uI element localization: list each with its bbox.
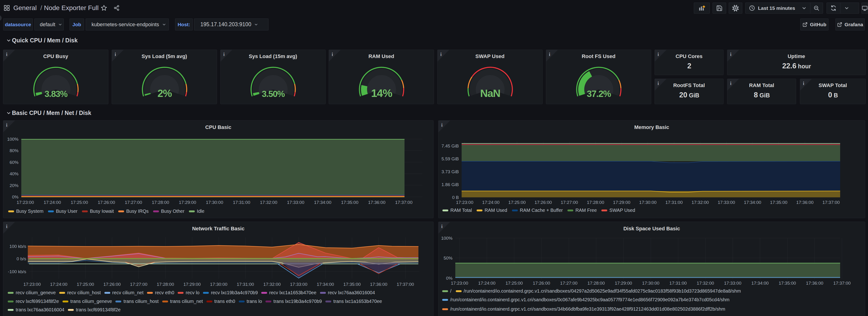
svg-text:0%: 0% xyxy=(446,276,453,281)
svg-text:3.50%: 3.50% xyxy=(262,89,285,99)
svg-text:2%: 2% xyxy=(158,88,172,99)
svg-text:17:29:00: 17:29:00 xyxy=(183,282,200,287)
svg-text:37.2%: 37.2% xyxy=(587,89,611,99)
svg-text:17:29:00: 17:29:00 xyxy=(615,281,632,286)
svg-text:80%: 80% xyxy=(9,148,19,153)
svg-text:17:34:00: 17:34:00 xyxy=(317,282,334,287)
svg-text:100%: 100% xyxy=(7,137,19,141)
svg-text:100%: 100% xyxy=(441,236,453,241)
svg-text:100 kb/s: 100 kb/s xyxy=(9,244,26,249)
svg-text:60%: 60% xyxy=(9,160,19,165)
svg-text:17:37:00: 17:37:00 xyxy=(823,200,840,205)
svg-text:17:26:00: 17:26:00 xyxy=(98,200,115,205)
svg-text:17:32:00: 17:32:00 xyxy=(264,282,281,287)
svg-text:17:36:00: 17:36:00 xyxy=(806,281,823,286)
svg-text:17:36:00: 17:36:00 xyxy=(368,200,385,205)
svg-text:17:37:00: 17:37:00 xyxy=(395,200,412,205)
svg-text:17:23:00: 17:23:00 xyxy=(17,200,34,205)
svg-text:17:29:00: 17:29:00 xyxy=(179,200,196,205)
svg-text:0%: 0% xyxy=(12,194,19,199)
svg-text:50%: 50% xyxy=(443,256,453,260)
svg-text:17:24:00: 17:24:00 xyxy=(44,200,61,205)
svg-text:0 b/s: 0 b/s xyxy=(17,256,26,261)
svg-text:17:31:00: 17:31:00 xyxy=(665,200,683,205)
svg-text:20 GiB: 20 GiB xyxy=(679,91,700,99)
svg-text:17:35:00: 17:35:00 xyxy=(343,282,361,287)
svg-text:17:32:00: 17:32:00 xyxy=(696,281,714,286)
svg-text:17:23:00: 17:23:00 xyxy=(23,282,41,287)
svg-text:17:25:00: 17:25:00 xyxy=(77,282,94,287)
svg-text:17:26:00: 17:26:00 xyxy=(534,200,552,205)
svg-text:17:36:00: 17:36:00 xyxy=(370,282,388,287)
svg-text:17:28:00: 17:28:00 xyxy=(157,282,174,287)
svg-text:14%: 14% xyxy=(371,87,392,99)
svg-text:17:27:00: 17:27:00 xyxy=(125,200,142,205)
svg-text:17:26:00: 17:26:00 xyxy=(103,282,121,287)
svg-text:3.73 GiB: 3.73 GiB xyxy=(441,169,459,174)
svg-text:17:32:00: 17:32:00 xyxy=(691,200,709,205)
svg-text:1.86 GiB: 1.86 GiB xyxy=(441,182,459,187)
svg-text:17:32:00: 17:32:00 xyxy=(260,200,277,205)
svg-text:17:28:00: 17:28:00 xyxy=(152,200,169,205)
svg-text:17:28:00: 17:28:00 xyxy=(587,200,604,205)
svg-text:17:27:00: 17:27:00 xyxy=(130,282,148,287)
svg-text:40%: 40% xyxy=(9,171,19,176)
svg-text:17:27:00: 17:27:00 xyxy=(561,200,578,205)
svg-text:17:33:00: 17:33:00 xyxy=(287,200,304,205)
svg-text:2: 2 xyxy=(687,62,691,70)
svg-text:17:23:00: 17:23:00 xyxy=(451,281,468,286)
svg-text:17:35:00: 17:35:00 xyxy=(770,200,787,205)
svg-text:17:27:00: 17:27:00 xyxy=(560,281,578,286)
svg-text:17:30:00: 17:30:00 xyxy=(642,281,659,286)
svg-text:20%: 20% xyxy=(9,183,19,188)
svg-text:5.59 GiB: 5.59 GiB xyxy=(441,156,459,161)
svg-text:-100 kb/s: -100 kb/s xyxy=(8,269,26,274)
svg-text:17:26:00: 17:26:00 xyxy=(533,281,550,286)
svg-text:17:34:00: 17:34:00 xyxy=(744,200,761,205)
svg-text:17:33:00: 17:33:00 xyxy=(718,200,735,205)
svg-text:17:25:00: 17:25:00 xyxy=(505,281,523,286)
svg-text:17:36:00: 17:36:00 xyxy=(796,200,813,205)
svg-text:17:31:00: 17:31:00 xyxy=(670,281,687,286)
svg-text:17:31:00: 17:31:00 xyxy=(233,200,250,205)
svg-text:17:29:00: 17:29:00 xyxy=(613,200,630,205)
svg-text:22.6 hour: 22.6 hour xyxy=(782,62,811,70)
svg-text:NaN: NaN xyxy=(480,87,500,99)
svg-text:17:35:00: 17:35:00 xyxy=(341,200,359,205)
svg-text:17:24:00: 17:24:00 xyxy=(50,282,67,287)
svg-text:17:34:00: 17:34:00 xyxy=(751,281,769,286)
svg-text:17:37:00: 17:37:00 xyxy=(397,282,414,287)
svg-text:17:30:00: 17:30:00 xyxy=(210,282,227,287)
svg-text:17:30:00: 17:30:00 xyxy=(639,200,657,205)
svg-text:7.45 GiB: 7.45 GiB xyxy=(441,144,459,149)
svg-text:0 B: 0 B xyxy=(828,91,838,99)
svg-text:0 B: 0 B xyxy=(452,195,459,200)
svg-text:17:28:00: 17:28:00 xyxy=(588,281,605,286)
svg-text:17:25:00: 17:25:00 xyxy=(508,200,526,205)
svg-text:17:37:00: 17:37:00 xyxy=(833,281,851,286)
svg-text:17:25:00: 17:25:00 xyxy=(71,200,88,205)
svg-text:3.83%: 3.83% xyxy=(44,89,67,99)
svg-text:17:24:00: 17:24:00 xyxy=(482,200,500,205)
svg-text:17:33:00: 17:33:00 xyxy=(724,281,741,286)
svg-text:8 GiB: 8 GiB xyxy=(754,91,770,99)
svg-text:17:30:00: 17:30:00 xyxy=(206,200,223,205)
svg-text:17:24:00: 17:24:00 xyxy=(478,281,496,286)
svg-text:17:33:00: 17:33:00 xyxy=(290,282,307,287)
svg-text:17:31:00: 17:31:00 xyxy=(237,282,254,287)
svg-text:17:23:00: 17:23:00 xyxy=(456,200,473,205)
svg-text:17:34:00: 17:34:00 xyxy=(314,200,332,205)
svg-text:17:35:00: 17:35:00 xyxy=(779,281,796,286)
